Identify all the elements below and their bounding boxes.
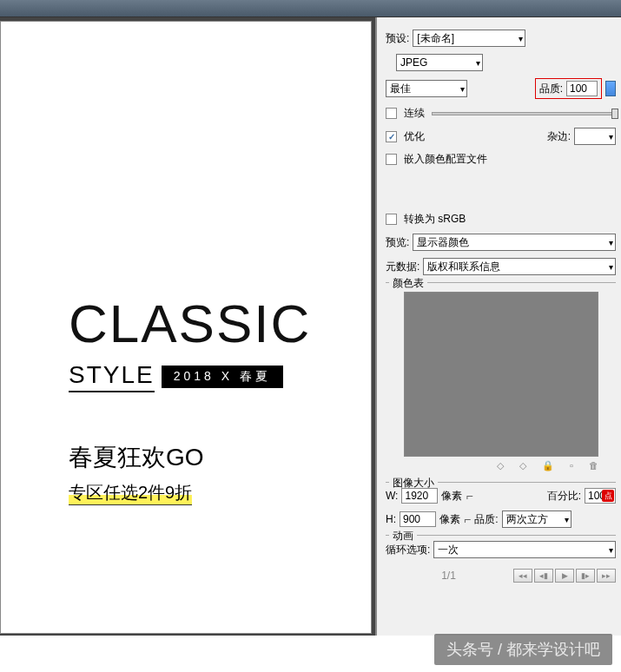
artwork-style: STYLE <box>69 361 155 392</box>
artwork-badge: 2018 X 春夏 <box>162 366 283 388</box>
matte-dropdown[interactable] <box>574 128 616 145</box>
ct-icon[interactable]: 🗑 <box>589 460 598 471</box>
anim-prev[interactable]: ◂▮ <box>534 569 553 583</box>
ct-icon[interactable]: 🔒 <box>542 460 554 471</box>
preset-label: 预设: <box>386 31 409 46</box>
canvas-preview: CLASSIC STYLE 2018 X 春夏 春夏狂欢GO 专区任选2件9折 <box>0 17 375 636</box>
artwork-classic: CLASSIC <box>69 293 311 354</box>
anim-first[interactable]: ◂◂ <box>513 569 532 583</box>
anim-last[interactable]: ▸▸ <box>597 569 616 583</box>
percent-label: 百分比: <box>547 489 581 504</box>
anim-play[interactable]: ▶ <box>555 569 574 583</box>
quality-input[interactable] <box>566 81 598 96</box>
height-label: H: <box>386 513 396 525</box>
optimized-label: 优化 <box>404 129 425 144</box>
export-panel: 预设: [未命名] JPEG 最佳 品质: 连续 优化 杂边: <box>375 17 621 636</box>
frame-indicator: 1/1 <box>386 570 512 582</box>
color-table[interactable] <box>404 292 598 457</box>
convert-srgb-label: 转换为 sRGB <box>404 212 466 227</box>
ct-icon[interactable]: ◇ <box>497 460 504 471</box>
preview-dropdown[interactable]: 显示器颜色 <box>413 234 616 251</box>
progressive-label: 连续 <box>404 106 425 121</box>
link-icon[interactable]: ⌐ <box>464 512 471 526</box>
height-input[interactable] <box>400 511 436 527</box>
progressive-checkbox[interactable] <box>386 108 397 119</box>
format-dropdown[interactable]: JPEG <box>396 54 483 71</box>
loop-label: 循环选项: <box>386 543 430 557</box>
resample-label: 品质: <box>474 512 498 527</box>
color-table-title: 颜色表 <box>389 276 427 291</box>
color-table-toolbar: ◇ ◇ 🔒 ▫ 🗑 <box>386 460 616 471</box>
link-icon[interactable]: ⌐ <box>466 489 472 503</box>
matte-label: 杂边: <box>547 129 571 144</box>
quality-label: 品质: <box>539 82 563 96</box>
height-unit: 像素 <box>439 512 460 527</box>
embed-profile-checkbox[interactable] <box>386 154 397 165</box>
metadata-dropdown[interactable]: 版权和联系信息 <box>423 258 616 275</box>
ct-icon[interactable]: ▫ <box>570 460 573 471</box>
ct-icon[interactable]: ◇ <box>519 460 526 471</box>
convert-srgb-checkbox[interactable] <box>386 214 397 225</box>
artwork-promo1: 春夏狂欢GO <box>69 441 311 474</box>
quality-slider[interactable] <box>432 112 616 115</box>
red-badge: 点 <box>602 490 614 502</box>
quality-stepper[interactable] <box>605 81 616 96</box>
window-titlebar <box>0 0 621 17</box>
quality-preset-dropdown[interactable]: 最佳 <box>386 80 467 97</box>
quality-highlight: 品质: <box>535 78 602 99</box>
loop-dropdown[interactable]: 一次 <box>433 541 616 558</box>
preset-dropdown[interactable]: [未命名] <box>413 30 525 47</box>
embed-profile-label: 嵌入颜色配置文件 <box>404 152 487 167</box>
optimized-checkbox[interactable] <box>386 131 397 142</box>
watermark: 头条号 / 都来学设计吧 <box>434 634 612 665</box>
anim-next[interactable]: ▮▸ <box>576 569 595 583</box>
width-unit: 像素 <box>441 489 462 504</box>
animation-title: 动画 <box>389 529 417 544</box>
resample-dropdown[interactable]: 两次立方 <box>502 511 571 528</box>
width-label: W: <box>386 490 398 502</box>
preview-label: 预览: <box>386 235 409 250</box>
width-input[interactable] <box>401 488 438 504</box>
artwork-promo2: 专区任选2件9折 <box>69 481 192 505</box>
metadata-label: 元数据: <box>386 260 420 274</box>
